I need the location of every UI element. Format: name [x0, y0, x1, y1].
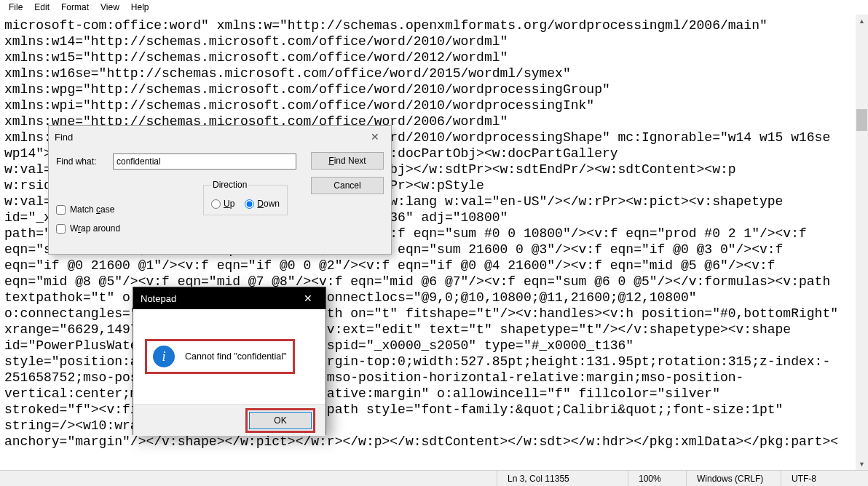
- info-icon: i: [153, 346, 175, 367]
- scroll-up-icon[interactable]: ▲: [856, 15, 868, 27]
- find-title-text: Find: [55, 132, 73, 143]
- wrap-around-checkbox[interactable]: Wrap around: [56, 223, 120, 234]
- status-encoding: UTF-8: [781, 471, 868, 486]
- menu-format[interactable]: Format: [55, 1, 95, 14]
- status-zoom: 100%: [628, 471, 686, 486]
- find-next-button[interactable]: Find Next: [311, 152, 384, 170]
- close-icon[interactable]: ✕: [293, 288, 323, 308]
- alert-titlebar: Notepad ✕: [133, 287, 326, 309]
- match-case-checkbox[interactable]: Match case: [56, 204, 120, 215]
- ok-button[interactable]: OK: [249, 412, 312, 429]
- find-titlebar: Find ✕: [49, 126, 391, 148]
- status-line-ending: Windows (CRLF): [686, 471, 781, 486]
- find-dialog: Find ✕ Find what: Find Next Cancel Direc…: [48, 125, 392, 255]
- ok-highlight: OK: [245, 408, 315, 433]
- direction-group: Direction Up Down: [203, 180, 288, 215]
- statusbar: Ln 3, Col 11355 100% Windows (CRLF) UTF-…: [0, 470, 868, 486]
- alert-title: Notepad: [141, 293, 176, 304]
- close-icon[interactable]: ✕: [365, 129, 385, 145]
- menubar: File Edit Format View Help: [0, 0, 868, 15]
- scrollbar-thumb[interactable]: [856, 109, 867, 131]
- direction-up-radio[interactable]: Up: [211, 199, 234, 209]
- direction-legend: Direction: [211, 180, 248, 190]
- direction-down-radio[interactable]: Down: [245, 199, 280, 209]
- find-what-input[interactable]: [113, 154, 296, 170]
- vertical-scrollbar[interactable]: ▲ ▼: [856, 15, 868, 470]
- find-what-label: Find what:: [56, 156, 107, 167]
- cancel-button[interactable]: Cancel: [311, 177, 384, 194]
- menu-view[interactable]: View: [95, 1, 125, 14]
- scroll-down-icon[interactable]: ▼: [856, 458, 868, 470]
- menu-file[interactable]: File: [3, 1, 28, 14]
- alert-message: Cannot find "confidential": [185, 351, 287, 362]
- menu-help[interactable]: Help: [125, 1, 155, 14]
- alert-highlight: i Cannot find "confidential": [145, 339, 295, 374]
- menu-edit[interactable]: Edit: [28, 1, 55, 14]
- status-position: Ln 3, Col 11355: [497, 471, 628, 486]
- alert-dialog: Notepad ✕ i Cannot find "confidential" O…: [133, 287, 326, 435]
